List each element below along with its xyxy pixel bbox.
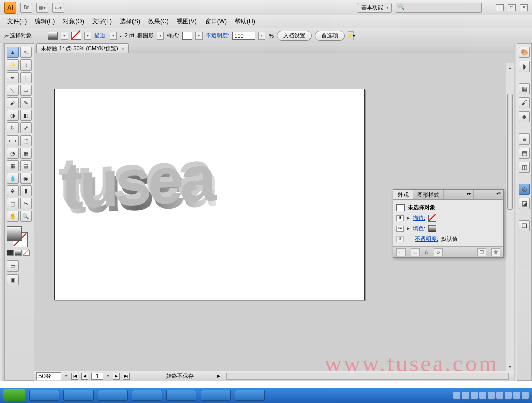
tray-icon[interactable] [505,392,512,399]
graphic-styles-panel-icon[interactable]: ◪ [519,198,530,209]
stroke-color-swatch[interactable] [428,215,436,222]
menu-type[interactable]: 文字(T) [88,15,116,28]
last-page-button[interactable]: ▶| [123,373,130,380]
none-mode-icon[interactable] [23,250,30,256]
appearance-fill-row[interactable]: 👁 ▶ 填色: [395,223,501,234]
visibility-toggle-icon[interactable]: 👁 [396,236,404,242]
clear-appearance-icon[interactable]: ⊘ [434,248,443,256]
menu-edit[interactable]: 编辑(E) [31,15,59,28]
page-dropdown-icon[interactable]: ▼ [106,374,110,378]
add-effect-button[interactable]: fx [425,249,429,255]
stroke-panel-icon[interactable]: ≡ [519,133,530,145]
pen-tool[interactable]: ✒ [7,72,19,83]
close-button[interactable]: ✕ [520,4,528,11]
tray-icon[interactable] [488,392,495,399]
menu-help[interactable]: 帮助(H) [231,15,259,28]
opacity-dropdown-icon[interactable]: ▸ [258,32,265,40]
symbols-panel-icon[interactable]: ♣ [519,111,530,122]
search-input[interactable] [396,3,482,13]
draw-mode-icon[interactable]: ▭ [7,260,19,272]
status-menu-icon[interactable]: ▶ [217,374,220,378]
tray-icon[interactable] [513,392,520,399]
blend-tool[interactable]: ◉ [20,173,32,184]
fill-swatch[interactable] [48,32,58,40]
shape-builder-tool[interactable]: ◔ [7,148,19,159]
hand-tool[interactable]: ✋ [7,211,19,222]
appearance-stroke-row[interactable]: 👁 ▶ 描边: [395,213,501,223]
left-dock-grip[interactable] [0,43,4,381]
horizontal-scrollbar[interactable] [226,373,509,380]
first-page-button[interactable]: |◀ [71,373,78,380]
menu-effect[interactable]: 效果(C) [144,15,173,28]
gradient-tool[interactable]: ▤ [20,160,32,171]
stroke-link[interactable]: 描边: [413,214,425,222]
opacity-label-link[interactable]: 不透明度: [206,32,229,39]
taskbar-item[interactable] [235,390,265,401]
eyedropper-tool[interactable]: 💧 [7,173,19,184]
document-setup-button[interactable]: 文档设置 [277,31,312,41]
magic-wand-tool[interactable]: ✨ [7,59,19,71]
menu-object[interactable]: 对象(O) [59,15,88,28]
eraser-tool[interactable]: ◧ [20,110,32,121]
tray-icon[interactable] [453,392,460,399]
menu-select[interactable]: 选择(S) [116,15,144,28]
stroke-dropdown-icon[interactable]: ▼ [84,32,91,40]
workspace-switcher[interactable]: 基本功能 [357,3,392,13]
magic-wand-icon[interactable]: ✨▾ [348,31,354,40]
stroke-profile-dropdown-icon[interactable]: ▼ [157,32,164,40]
start-button[interactable] [3,389,25,401]
appearance-opacity-row[interactable]: 👁 不透明度: 默认值 [395,234,501,244]
selection-tool[interactable]: ▲ [7,47,19,58]
bridge-button[interactable]: Br [20,3,32,13]
tray-icon[interactable] [522,392,529,399]
opacity-input[interactable] [232,32,255,40]
arrange-docs-icon[interactable]: ▦▾ [36,3,48,13]
scroll-up-icon[interactable]: ▲ [506,63,514,72]
panel-menu-icon[interactable]: ▾≡ [494,190,503,199]
zoom-level-input[interactable] [36,372,61,380]
zoom-tool[interactable]: 🔍 [20,211,32,222]
screen-mode-icon[interactable]: ▭▾ [52,3,64,13]
panel-collapse-icon[interactable]: ▸▸ [465,190,474,199]
document-tab[interactable]: 未标题-1* @ 50% (CMYK/预览) × [36,43,129,53]
fill-dropdown-icon[interactable]: ▼ [61,32,68,40]
appearance-panel-icon[interactable]: ◎ [519,184,530,195]
stroke-swatch[interactable] [71,32,81,40]
maximize-button[interactable]: ▢ [508,4,516,11]
gradient-panel-icon[interactable]: ▤ [519,148,530,159]
direct-selection-tool[interactable]: ↖ [20,47,32,58]
zoom-dropdown-icon[interactable]: ▼ [64,374,68,378]
new-art-icon[interactable]: ▢ [396,248,406,256]
transparency-panel-icon[interactable]: ◫ [519,162,530,173]
fill-color-swatch[interactable] [428,225,436,232]
delete-icon[interactable]: 🗑 [491,248,500,256]
minimize-button[interactable]: — [496,4,504,11]
rectangle-tool[interactable]: ▭ [20,85,32,96]
scroll-down-icon[interactable]: ▼ [506,363,514,371]
tab-appearance[interactable]: 外观 [393,190,413,199]
paintbrush-tool[interactable]: 🖌 [7,97,19,108]
taskbar-item[interactable] [166,390,196,401]
fill-stroke-swatches[interactable] [7,226,28,247]
tray-icon[interactable] [462,392,469,399]
swatches-panel-icon[interactable]: ▦ [519,83,530,94]
taskbar-item[interactable] [98,390,128,401]
expand-icon[interactable]: ▶ [407,226,410,231]
vscroll-thumb[interactable] [507,94,513,210]
perspective-tool[interactable]: ▦ [20,148,32,159]
menu-file[interactable]: 文件(F) [3,15,31,28]
blob-brush-tool[interactable]: ◑ [7,110,19,121]
tab-graphic-styles[interactable]: 图形样式 [413,190,444,199]
pencil-tool[interactable]: ✎ [20,97,32,108]
expand-icon[interactable]: ▶ [407,216,410,220]
lasso-tool[interactable]: ⌇ [20,59,32,71]
column-graph-tool[interactable]: ▮ [20,185,32,196]
scale-tool[interactable]: ⤢ [20,122,32,133]
color-panel-icon[interactable]: 🎨 [519,47,530,58]
close-tab-icon[interactable]: × [121,46,124,52]
stroke-label-link[interactable]: 描边: [94,32,107,39]
preferences-button[interactable]: 首选项 [315,31,345,41]
brushes-panel-icon[interactable]: 🖌 [519,97,530,108]
tray-icon[interactable] [496,392,503,399]
taskbar-item[interactable] [132,390,162,401]
